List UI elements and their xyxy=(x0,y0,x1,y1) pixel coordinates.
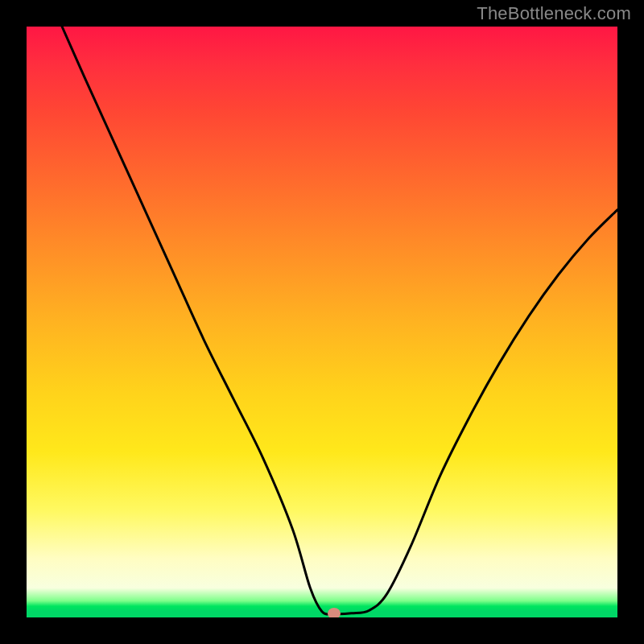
bottleneck-curve xyxy=(62,27,617,614)
chart-frame: TheBottleneck.com xyxy=(0,0,644,644)
optimum-marker xyxy=(328,608,341,617)
curve-layer xyxy=(27,27,617,617)
watermark-text: TheBottleneck.com xyxy=(477,3,631,24)
plot-area xyxy=(27,27,617,617)
